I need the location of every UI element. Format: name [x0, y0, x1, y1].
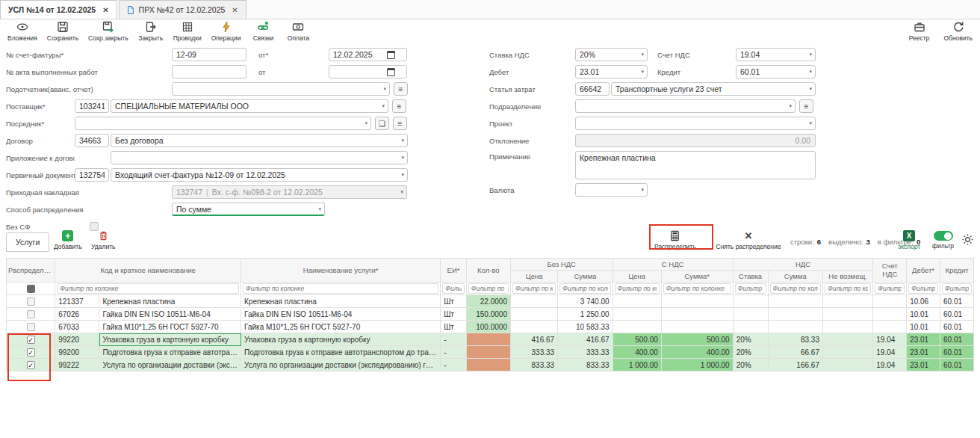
intermediary-select[interactable]: ▾: [75, 117, 371, 130]
row-distributed-checkbox[interactable]: [7, 308, 55, 321]
table-row[interactable]: ✓ 99220 Упаковка груза в картонную короб…: [7, 333, 974, 346]
col-header-price-no-vat[interactable]: Цена: [510, 271, 557, 283]
project-select[interactable]: ▾: [575, 117, 816, 130]
col-header-qty[interactable]: Кол-во: [466, 259, 510, 283]
vat-rate-select[interactable]: 20%▾: [575, 48, 648, 61]
currency-select[interactable]: ▾: [575, 183, 648, 197]
accountable-select[interactable]: ▾: [172, 82, 390, 96]
payment-button[interactable]: Оплата: [285, 21, 311, 42]
filter-input-code-name[interactable]: [57, 283, 239, 294]
filter-input-qty[interactable]: [468, 283, 509, 294]
filter-input-credit[interactable]: [942, 283, 972, 294]
filter-input-service-name[interactable]: [243, 283, 438, 294]
invoice-date-input[interactable]: 12.02.2025: [329, 48, 407, 61]
filter-input-sum-vat[interactable]: [663, 283, 731, 294]
receipt-note-select: 132747 | Вх. с-ф. №098-2 от 12.02.2025 ▾: [172, 185, 407, 199]
filter-input-price-no-vat[interactable]: [512, 283, 556, 294]
delete-row-button[interactable]: Удалить: [91, 230, 115, 250]
primary-document-code-input[interactable]: [75, 168, 109, 182]
cost-item-select[interactable]: Транспортные услуги 23 счет▾: [611, 82, 816, 96]
col-header-unit[interactable]: ЕИ*: [441, 259, 467, 283]
col-header-price-vat[interactable]: Цена: [612, 271, 661, 283]
calendar-icon[interactable]: [387, 68, 395, 76]
registry-button[interactable]: Реестр: [907, 21, 932, 42]
postings-button[interactable]: Проводки: [173, 21, 202, 42]
attachments-icon: [16, 21, 28, 33]
col-header-vat-rate[interactable]: Ставка: [733, 271, 768, 283]
filter-input-vat-sum[interactable]: [770, 283, 821, 294]
invoice-number-input[interactable]: [172, 48, 246, 61]
row-distributed-checkbox[interactable]: ✓: [7, 346, 55, 359]
filter-toggle[interactable]: фильтр: [932, 231, 954, 250]
attachments-button[interactable]: Вложения: [7, 21, 37, 42]
close-icon[interactable]: ✕: [102, 6, 108, 14]
contract-select[interactable]: Без договора▾: [111, 134, 408, 147]
supplier-lookup-button[interactable]: ≡: [392, 99, 406, 113]
filter-input-nonrefund[interactable]: [825, 283, 871, 294]
grid-settings-button[interactable]: [962, 234, 973, 245]
row-distributed-checkbox[interactable]: [7, 321, 55, 333]
tab-usl-document[interactable]: УСЛ №14 от 12.02.2025 ✕: [0, 0, 117, 19]
undistribute-button[interactable]: ✕ Снять распределение: [711, 230, 786, 250]
filter-input-sum-no-vat[interactable]: [559, 283, 610, 294]
filter-input-price-vat[interactable]: [615, 283, 660, 294]
supplier-code-input[interactable]: [75, 99, 109, 113]
select-all-checkbox[interactable]: [7, 283, 55, 295]
supplier-select[interactable]: СПЕЦИАЛЬНЫЕ МАТЕРИАЛЫ ООО▾: [111, 99, 388, 113]
row-distributed-checkbox[interactable]: ✓: [7, 359, 55, 371]
close-icon[interactable]: ✕: [232, 6, 238, 14]
division-lookup-button[interactable]: ≡: [799, 99, 813, 113]
calendar-icon[interactable]: [387, 51, 395, 59]
table-row[interactable]: 67033 Гайка М10*1,25 6Н ГОСТ 5927-70 Гай…: [7, 321, 974, 333]
note-textarea[interactable]: Крепежная пластина: [575, 151, 816, 179]
debit-select[interactable]: 23.01▾: [575, 65, 648, 78]
table-row[interactable]: 121337 Крепежная пластина Крепежная плас…: [7, 295, 974, 308]
save-close-button[interactable]: Сохр.закрыть: [88, 21, 128, 42]
contract-code-input[interactable]: [75, 134, 109, 147]
table-row[interactable]: ✓ 99200 Подготовка груза к отправке авто…: [7, 346, 974, 359]
export-excel-button[interactable]: X экспорт: [898, 230, 920, 250]
cost-item-code-input[interactable]: [575, 82, 610, 96]
filter-input-debit[interactable]: [908, 283, 938, 294]
filter-input-unit[interactable]: [442, 283, 465, 294]
distribution-method-select[interactable]: По сумме▾: [172, 203, 325, 216]
col-header-debit[interactable]: Дебет*: [907, 259, 940, 283]
cell-sum-vat: [661, 295, 733, 308]
col-header-sum-vat[interactable]: Сумма*: [661, 271, 733, 283]
cell-code: 99222: [55, 359, 99, 371]
division-select[interactable]: ▾: [575, 99, 796, 113]
credit-select[interactable]: 60.01▾: [736, 65, 816, 78]
col-header-sum-no-vat[interactable]: Сумма: [558, 271, 612, 283]
intermediary-open-button[interactable]: ❏: [375, 117, 389, 130]
accountable-lookup-button[interactable]: ≡: [394, 82, 408, 96]
add-row-button[interactable]: + Добавить: [54, 230, 82, 250]
col-header-service-name[interactable]: Наименование услуги*: [241, 259, 441, 283]
primary-document-select[interactable]: Входящий счет-фактура №12-09 от 12.02.20…: [111, 168, 408, 182]
row-distributed-checkbox[interactable]: ✓: [7, 333, 55, 346]
distribute-button[interactable]: Распределить: [654, 230, 696, 250]
close-button[interactable]: Закрыть: [138, 21, 164, 42]
table-row[interactable]: 67026 Гайка DIN EN ISO 10511-М6-04 Гайка…: [7, 308, 974, 321]
act-date-input[interactable]: [329, 65, 407, 78]
col-header-vat-sum[interactable]: Сумма: [768, 271, 822, 283]
act-number-input[interactable]: [172, 65, 246, 78]
rows-count-label: строки:: [790, 238, 814, 246]
contract-annex-select[interactable]: ▾: [111, 151, 408, 164]
col-header-distributed[interactable]: Распределено: [7, 259, 55, 283]
filter-input-vat-account[interactable]: [875, 283, 905, 294]
save-button[interactable]: Сохранить: [47, 21, 78, 42]
col-header-nonrefund[interactable]: Не возмещ.: [822, 271, 872, 283]
filter-input-vat-rate[interactable]: [735, 283, 766, 294]
col-header-code-name[interactable]: Код и краткое наименование: [55, 259, 241, 283]
links-button[interactable]: Связки: [250, 21, 276, 42]
vat-account-select[interactable]: 19.04▾: [736, 48, 816, 61]
tab-prh-document[interactable]: ПРХ №42 от 12.02.2025 ✕: [119, 0, 246, 19]
row-distributed-checkbox[interactable]: [7, 295, 55, 308]
operations-button[interactable]: Операции: [211, 21, 241, 42]
table-row[interactable]: ✓ 99222 Услуга по организации доставки (…: [7, 359, 974, 371]
cell-code: 121337: [55, 295, 99, 308]
col-header-vat-account[interactable]: Счет НДС: [873, 259, 907, 283]
refresh-button[interactable]: Обновить: [944, 21, 973, 42]
intermediary-lookup-button[interactable]: ≡: [393, 117, 407, 130]
col-header-credit[interactable]: Кредит: [940, 259, 974, 283]
